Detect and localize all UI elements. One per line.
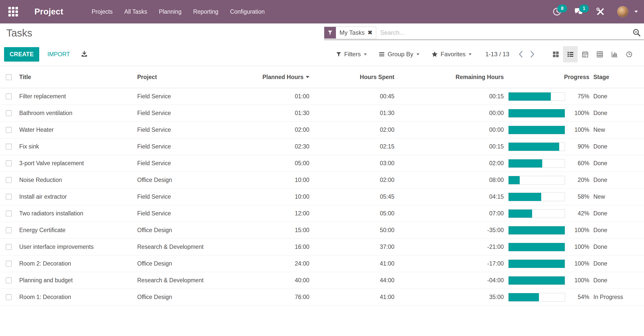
task-list: Title Project Planned Hours Hours Spent …: [0, 66, 644, 306]
table-row[interactable]: Room 1: Decoration Office Design 76:00 4…: [0, 289, 644, 306]
search-view[interactable]: My Tasks ✖: [324, 26, 644, 40]
progress-bar-fill: [509, 293, 539, 301]
sort-desc-icon: [306, 76, 309, 78]
header-hours-spent[interactable]: Hours Spent: [309, 74, 394, 81]
header-stage[interactable]: Stage: [589, 74, 644, 81]
menu-all-tasks[interactable]: All Tasks: [124, 8, 147, 15]
view-activity-button[interactable]: [622, 46, 636, 62]
cell-title: Install air extractor: [16, 193, 135, 200]
cell-stage: Done: [589, 177, 644, 183]
table-row[interactable]: Room 2: Decoration Office Design 24:00 4…: [0, 255, 644, 272]
pager-next-button[interactable]: [527, 48, 538, 60]
progress-bar: [508, 226, 565, 235]
cell-stage: Done: [589, 227, 644, 234]
table-row[interactable]: Filter replacement Field Service 01:00 0…: [0, 88, 644, 105]
row-checkbox[interactable]: [6, 227, 12, 233]
grid-icon: [8, 7, 18, 16]
user-avatar[interactable]: [617, 6, 628, 17]
cell-project: Field Service: [135, 160, 244, 167]
caret-down-icon: [416, 53, 419, 55]
filters-dropdown[interactable]: Filters: [336, 51, 367, 58]
view-graph-button[interactable]: [607, 46, 622, 62]
cell-project: Research & Development: [135, 244, 244, 250]
cell-title: Room 2: Decoration: [16, 260, 135, 267]
row-checkbox[interactable]: [6, 244, 12, 250]
favorites-dropdown[interactable]: Favorites: [431, 51, 472, 58]
menu-planning[interactable]: Planning: [159, 8, 182, 15]
app-title: Project: [34, 7, 63, 16]
header-progress[interactable]: Progress: [504, 74, 589, 81]
debug-tools-button[interactable]: [595, 7, 606, 17]
cell-project: Field Service: [135, 210, 244, 217]
row-checkbox[interactable]: [6, 127, 12, 133]
view-switcher: [548, 46, 636, 62]
search-icon[interactable]: [632, 28, 641, 37]
view-kanban-button[interactable]: [548, 46, 563, 62]
cell-remaining-hours: -21:00: [394, 244, 504, 250]
table-row[interactable]: Install air extractor Field Service 10:0…: [0, 189, 644, 205]
table-row[interactable]: 3-port Valve replacement Field Service 0…: [0, 155, 644, 172]
table-row[interactable]: Two radiators installation Field Service…: [0, 205, 644, 222]
row-checkbox[interactable]: [6, 94, 12, 99]
table-row[interactable]: Noise Reduction Office Design 10:00 02:0…: [0, 172, 644, 189]
activities-button[interactable]: 8: [552, 7, 562, 17]
menu-reporting[interactable]: Reporting: [193, 8, 218, 15]
view-pivot-button[interactable]: [592, 46, 607, 62]
table-body: Filter replacement Field Service 01:00 0…: [0, 88, 644, 306]
row-checkbox[interactable]: [6, 261, 12, 267]
pager-previous-button[interactable]: [515, 48, 527, 60]
cell-hours-spent: 02:00: [309, 177, 394, 183]
cell-title: Filter replacement: [16, 93, 135, 100]
table-row[interactable]: Energy Certificate Office Design 15:00 5…: [0, 222, 644, 239]
messages-button[interactable]: 1: [574, 7, 584, 17]
cell-project: Field Service: [135, 93, 244, 100]
row-checkbox[interactable]: [6, 110, 12, 116]
menu-configuration[interactable]: Configuration: [230, 8, 265, 15]
table-row[interactable]: Water Heater Field Service 02:00 02:00 0…: [0, 122, 644, 138]
row-checkbox[interactable]: [6, 177, 12, 183]
apps-menu-icon[interactable]: [8, 6, 19, 17]
export-download-icon[interactable]: [80, 50, 88, 58]
menu-projects[interactable]: Projects: [92, 8, 113, 15]
table-row[interactable]: Fix sink Field Service 02:30 02:15 00:15…: [0, 138, 644, 155]
cell-hours-spent: 01:30: [309, 110, 394, 117]
cell-remaining-hours: 08:00: [394, 177, 504, 183]
cell-progress-percent: 100%: [567, 227, 589, 234]
row-checkbox[interactable]: [6, 194, 12, 200]
table-row[interactable]: Planning and budget Research & Developme…: [0, 272, 644, 289]
group-by-dropdown[interactable]: Group By: [378, 51, 419, 58]
import-button[interactable]: IMPORT: [47, 51, 70, 58]
search-facet-my-tasks[interactable]: My Tasks ✖: [324, 27, 376, 39]
select-all-checkbox[interactable]: [6, 74, 12, 80]
view-list-button[interactable]: [563, 46, 578, 62]
row-checkbox[interactable]: [6, 277, 12, 283]
cell-remaining-hours: 35:00: [394, 294, 504, 301]
user-menu-caret-icon[interactable]: [634, 11, 638, 13]
caret-down-icon: [364, 53, 367, 55]
row-checkbox[interactable]: [6, 144, 12, 150]
table-row[interactable]: User interface improvements Research & D…: [0, 239, 644, 255]
cell-project: Field Service: [135, 143, 244, 150]
caret-down-icon: [469, 53, 472, 55]
header-title[interactable]: Title: [16, 74, 135, 81]
cell-progress-percent: 100%: [567, 260, 589, 267]
cell-hours-spent: 00:45: [309, 93, 394, 100]
search-input[interactable]: [376, 29, 632, 36]
chevron-right-icon: [530, 50, 535, 58]
header-project[interactable]: Project: [135, 74, 244, 81]
star-icon: [431, 51, 438, 58]
progress-bar-fill: [509, 260, 565, 268]
cell-title: User interface improvements: [16, 244, 135, 250]
row-checkbox[interactable]: [6, 294, 12, 300]
facet-remove-icon[interactable]: ✖: [368, 29, 372, 36]
row-checkbox[interactable]: [6, 211, 12, 216]
row-checkbox[interactable]: [6, 160, 12, 166]
header-planned-hours[interactable]: Planned Hours: [244, 74, 309, 81]
cell-planned-hours: 40:00: [244, 277, 309, 284]
view-calendar-button[interactable]: [578, 46, 592, 62]
create-button[interactable]: CREATE: [4, 47, 39, 62]
table-row[interactable]: Bathroom ventilation Field Service 01:30…: [0, 105, 644, 122]
cell-planned-hours: 76:00: [244, 294, 309, 301]
cell-title: 3-port Valve replacement: [16, 160, 135, 167]
header-remaining-hours[interactable]: Remaining Hours: [394, 74, 504, 81]
